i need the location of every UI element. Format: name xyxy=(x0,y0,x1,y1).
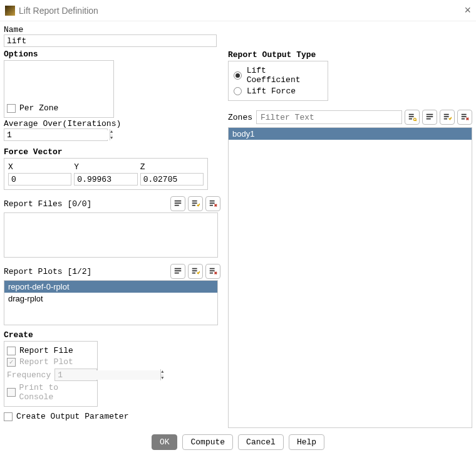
report-plots-list[interactable]: report-def-0-rplotdrag-rplot xyxy=(4,280,218,325)
create-output-param-label: Create Output Parameter xyxy=(16,412,128,421)
report-file-checkbox[interactable] xyxy=(7,347,16,355)
lift-coefficient-radio[interactable] xyxy=(234,71,242,80)
compute-button[interactable]: Compute xyxy=(182,434,233,450)
report-plot-label: Report Plot xyxy=(19,357,73,367)
app-icon xyxy=(5,6,15,16)
avg-over-down[interactable]: ▼ xyxy=(110,135,113,141)
create-title: Create xyxy=(4,330,33,340)
list-item[interactable]: drag-rplot xyxy=(4,293,217,305)
close-icon[interactable]: × xyxy=(464,4,471,17)
force-x-label: X xyxy=(8,162,71,172)
window-title: Lift Report Definition xyxy=(19,6,464,16)
options-box: Per Zone xyxy=(4,60,114,118)
report-files-label: Report Files [0/0] xyxy=(4,199,168,209)
report-files-deselect-all-icon[interactable] xyxy=(205,196,220,211)
avg-over-spinner[interactable]: ▲ ▼ xyxy=(4,128,108,141)
report-files-select-all-icon[interactable] xyxy=(188,196,203,211)
list-item[interactable]: body1 xyxy=(229,128,472,140)
name-input[interactable] xyxy=(4,34,217,47)
zones-list[interactable]: body1 xyxy=(228,127,472,428)
force-vector-box: X Y Z xyxy=(4,158,208,190)
force-x-input[interactable] xyxy=(8,173,71,186)
force-y-input[interactable] xyxy=(74,173,137,186)
report-plots-list-icon[interactable] xyxy=(170,264,185,279)
force-z-label: Z xyxy=(140,162,204,172)
options-title: Options xyxy=(4,50,38,59)
force-vector-title: Force Vector xyxy=(4,147,63,157)
cancel-button[interactable]: Cancel xyxy=(238,434,284,450)
frequency-label: Frequency xyxy=(7,370,51,380)
zones-select-all-icon[interactable] xyxy=(440,110,455,125)
print-console-checkbox[interactable] xyxy=(7,388,16,397)
report-files-list-icon[interactable] xyxy=(170,196,185,211)
print-console-label: Print to Console xyxy=(19,383,95,402)
ok-button[interactable]: OK xyxy=(152,434,178,450)
freq-up[interactable]: ▲ xyxy=(161,369,163,375)
per-zone-checkbox[interactable] xyxy=(7,104,16,113)
report-file-label: Report File xyxy=(19,346,73,355)
output-type-title: Report Output Type xyxy=(228,50,316,60)
report-plots-deselect-all-icon[interactable] xyxy=(205,264,220,279)
avg-over-input[interactable] xyxy=(4,130,110,140)
force-z-input[interactable] xyxy=(140,173,204,186)
report-plots-label: Report Plots [1/2] xyxy=(4,267,168,276)
list-item[interactable]: report-def-0-rplot xyxy=(4,281,217,293)
name-label: Name xyxy=(4,25,220,34)
lift-force-label: Lift Force xyxy=(247,86,296,96)
per-zone-label: Per Zone xyxy=(19,103,58,113)
zones-filter-input[interactable] xyxy=(256,110,402,124)
force-y-label: Y xyxy=(74,162,137,172)
lift-force-radio[interactable] xyxy=(234,87,242,95)
zones-list-icon[interactable] xyxy=(422,110,437,125)
freq-down[interactable]: ▼ xyxy=(161,375,163,381)
frequency-spinner[interactable]: ▲ ▼ xyxy=(54,369,97,381)
create-output-param-checkbox[interactable] xyxy=(4,412,13,421)
help-button[interactable]: Help xyxy=(289,434,324,450)
report-plots-select-all-icon[interactable] xyxy=(188,264,203,279)
report-plot-checkbox[interactable]: ✓ xyxy=(7,358,16,367)
create-box: Report File ✓ Report Plot Frequency ▲ ▼ … xyxy=(4,341,98,407)
frequency-input[interactable] xyxy=(55,370,160,380)
avg-over-up[interactable]: ▲ xyxy=(110,129,113,135)
zones-filter-icon[interactable] xyxy=(405,110,420,125)
zones-deselect-all-icon[interactable] xyxy=(457,110,472,125)
report-files-list[interactable] xyxy=(4,212,218,258)
avg-over-label: Average Over(Iterations) xyxy=(4,119,220,128)
lift-coefficient-label: Lift Coefficient xyxy=(247,66,323,85)
output-type-box: Lift Coefficient Lift Force xyxy=(228,61,328,101)
zones-label: Zones xyxy=(228,113,252,122)
